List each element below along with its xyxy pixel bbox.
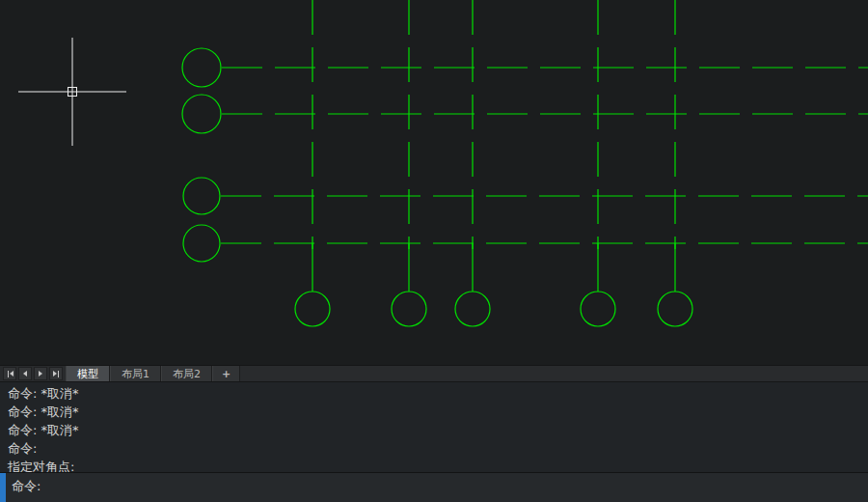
tab-nav-first-button[interactable]	[3, 367, 16, 380]
grid-bubble-circle	[455, 292, 490, 326]
command-history-line: 指定对角点:	[8, 458, 868, 472]
tab-nav-last-button[interactable]	[49, 367, 63, 380]
command-history-line: 命令: *取消*	[8, 421, 868, 439]
tab-model[interactable]: 模型	[66, 366, 110, 381]
grid-bubble-circle	[182, 95, 221, 133]
grid-bubble-circle	[392, 292, 426, 326]
layout-tabbar: 模型 布局1 布局2 +	[0, 365, 868, 382]
command-input-row[interactable]: 命令:	[0, 472, 868, 502]
drawing-svg	[0, 0, 868, 365]
grid-bubble-circle	[183, 178, 220, 214]
grid-bubble-circle	[182, 48, 221, 87]
grid-bubble-circle	[183, 225, 220, 262]
arrow-right-icon	[53, 371, 57, 376]
cad-app-window: 模型 布局1 布局2 + 命令: *取消* 命令: *取消* 命令: *取消* …	[0, 0, 868, 502]
first-tab-icon	[8, 371, 9, 377]
command-history[interactable]: 命令: *取消* 命令: *取消* 命令: *取消* 命令: 指定对角点:	[0, 382, 868, 472]
tab-layout1[interactable]: 布局1	[110, 366, 161, 381]
grid-bubble-circle	[295, 292, 330, 326]
last-tab-icon	[58, 371, 59, 377]
grid-bubble-circle	[581, 292, 615, 326]
arrow-left-icon	[10, 371, 14, 376]
add-layout-button[interactable]: +	[212, 366, 240, 381]
arrow-left-icon	[23, 371, 27, 376]
command-history-line: 命令: *取消*	[8, 403, 868, 421]
drawing-canvas[interactable]	[0, 0, 868, 365]
arrow-right-icon	[39, 371, 42, 376]
tab-layout2[interactable]: 布局2	[161, 366, 212, 381]
command-prompt: 命令:	[12, 478, 41, 495]
grid-bubble-circle	[658, 292, 692, 326]
command-history-line: 命令:	[8, 439, 868, 458]
tab-nav-group	[0, 366, 66, 381]
command-input-accent	[0, 473, 6, 502]
tab-nav-next-button[interactable]	[34, 367, 47, 380]
tab-nav-prev-button[interactable]	[18, 367, 32, 380]
command-history-line: 命令: *取消*	[8, 384, 868, 403]
